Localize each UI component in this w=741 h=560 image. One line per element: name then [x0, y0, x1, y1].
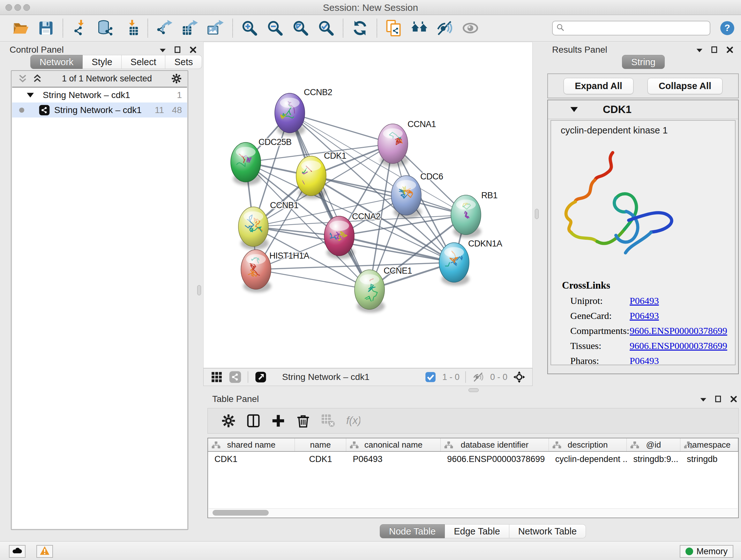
network-node-CCNB1[interactable]: CCNB1 [239, 200, 298, 250]
node-label-CCNE1: CCNE1 [384, 266, 412, 275]
node-label-RB1: RB1 [481, 191, 497, 200]
right-splitter-handle[interactable] [535, 209, 539, 219]
column-header-name[interactable]: name [295, 438, 347, 451]
zoom-selected-icon[interactable] [318, 20, 334, 37]
network-options-gear-icon[interactable] [171, 73, 182, 84]
network-node-CDC6[interactable]: CDC6 [391, 172, 443, 219]
crosslink-link[interactable]: P06493 [630, 295, 659, 306]
column-header-@id[interactable]: @id [627, 438, 680, 451]
control-panel-close-button[interactable] [188, 45, 198, 55]
first-neighbors-icon[interactable] [411, 20, 428, 37]
edge-CDK1-RB1[interactable] [311, 176, 466, 215]
tab-network[interactable]: Network [30, 55, 83, 69]
delete-column-icon[interactable] [296, 414, 311, 428]
table-panel-float-button[interactable] [714, 394, 723, 404]
column-header-database-identifier[interactable]: database identifier [441, 438, 549, 451]
selected-checkbox-icon[interactable] [424, 371, 436, 383]
tab-edge-table[interactable]: Edge Table [445, 524, 509, 538]
zoom-out-icon[interactable] [267, 20, 283, 37]
crosslink-link[interactable]: P06493 [630, 310, 659, 321]
refresh-view-icon[interactable] [352, 20, 368, 37]
tab-sets[interactable]: Sets [165, 55, 202, 69]
network-node-CDKN1A[interactable]: CDKN1A [434, 239, 502, 286]
crosslink-link[interactable]: 9606.ENSP00000378699 [630, 325, 727, 336]
results-panel-float-button[interactable] [710, 45, 719, 55]
search-input[interactable] [567, 23, 706, 34]
expand-all-button[interactable]: Expand All [563, 78, 633, 94]
network-node-HIST1H1A[interactable]: HIST1H1A [241, 250, 310, 293]
collection-expander-icon[interactable] [25, 90, 36, 101]
import-table-icon[interactable] [123, 20, 139, 37]
expand-all-icon[interactable] [32, 73, 43, 84]
import-network-from-database-icon[interactable] [97, 20, 114, 37]
bottom-splitter-handle[interactable] [468, 388, 479, 392]
tab-node-table[interactable]: Node Table [380, 524, 445, 538]
show-columns-icon[interactable] [246, 414, 261, 428]
detach-view-icon[interactable] [255, 371, 267, 383]
column-header-description[interactable]: description [549, 438, 627, 451]
search-box[interactable] [552, 21, 711, 36]
network-node-CDC25B[interactable]: CDC25B [224, 137, 291, 185]
results-panel-header: Results Panel [546, 44, 741, 56]
network-node-CCNE1[interactable]: CCNE1 [354, 266, 412, 313]
edge-CCNA2-CDKN1A[interactable] [339, 236, 454, 262]
hidden-eye-icon[interactable] [472, 371, 484, 383]
table-row[interactable]: CDK1CDK1P064939606.ENSP00000378699cyclin… [208, 452, 738, 466]
node-section-header[interactable]: CDK1 [548, 100, 738, 119]
control-panel-float-button[interactable] [173, 45, 183, 55]
left-splitter-handle[interactable] [197, 285, 201, 295]
network-node-CCNB2[interactable]: CCNB2 [275, 87, 332, 136]
memory-status-dot [685, 548, 693, 555]
crosslink-link[interactable]: P06493 [630, 355, 659, 365]
collapse-all-icon[interactable] [17, 73, 28, 84]
network-overview-icon[interactable] [229, 371, 241, 383]
export-network-icon[interactable] [156, 20, 173, 37]
results-panel-menu-button[interactable] [694, 45, 704, 55]
edge-CCNB2-CCNA1[interactable] [290, 113, 393, 144]
collection-row[interactable]: String Network – cdk1 1 [12, 87, 187, 103]
zoom-fit-icon[interactable] [292, 20, 309, 37]
crosslink-row: Tissues:9606.ENSP00000378699 [551, 340, 735, 351]
column-header-canonical-name[interactable]: canonical name [346, 438, 441, 451]
network-row[interactable]: String Network – cdk1 11 48 [12, 103, 187, 118]
fit-content-crosshair-icon[interactable] [513, 371, 525, 383]
results-panel-close-button[interactable] [725, 45, 735, 55]
collapse-all-button[interactable]: Collapse All [648, 78, 723, 94]
save-session-icon[interactable] [38, 20, 54, 37]
edge-CCNB2-CCNE1[interactable] [290, 113, 369, 290]
cloud-button[interactable] [9, 545, 25, 558]
tab-style[interactable]: Style [83, 55, 121, 69]
tab-string[interactable]: String [622, 55, 665, 69]
add-column-icon[interactable] [271, 414, 286, 428]
node-label-CCNB2: CCNB2 [304, 87, 332, 97]
crosslink-link[interactable]: 9606.ENSP00000378699 [630, 340, 727, 351]
network-node-RB1[interactable]: RB1 [451, 191, 497, 238]
memory-button[interactable]: Memory [680, 545, 733, 558]
table-panel-menu-button[interactable] [698, 394, 708, 404]
hide-selected-icon[interactable] [436, 20, 453, 37]
export-table-icon[interactable] [182, 20, 199, 37]
open-session-icon[interactable] [12, 20, 29, 37]
control-panel-menu-button[interactable] [158, 45, 167, 55]
tab-network-table[interactable]: Network Table [509, 524, 586, 538]
network-node-CCNA2[interactable]: CCNA2 [324, 212, 381, 259]
zoom-in-icon[interactable] [241, 20, 258, 37]
show-all-icon[interactable] [462, 20, 479, 37]
network-node-CCNA1[interactable]: CCNA1 [378, 119, 436, 167]
table-options-gear-icon[interactable] [221, 414, 236, 428]
node-section-expander-icon[interactable] [568, 104, 580, 115]
tab-select[interactable]: Select [122, 55, 165, 69]
export-image-icon[interactable] [207, 20, 224, 37]
status-bar: Memory [0, 541, 741, 560]
network-view-canvas[interactable]: CDK1CCNB1CCNB2CCNA1CCNA2CCNE1CDC6CDC25BC… [203, 42, 533, 368]
warnings-button[interactable] [37, 545, 53, 558]
import-network-icon[interactable] [71, 20, 88, 37]
birds-eye-grid-icon[interactable] [211, 371, 223, 383]
table-scrollbar-thumb[interactable] [212, 510, 269, 516]
table-panel-close-button[interactable] [729, 394, 738, 404]
column-header-shared-name[interactable]: shared name [208, 438, 295, 451]
crosslink-label: Uniprot: [570, 295, 630, 306]
help-button[interactable]: ? [719, 20, 735, 36]
clone-network-icon[interactable] [386, 20, 402, 37]
column-header-namespace[interactable]: namespace [680, 438, 738, 451]
